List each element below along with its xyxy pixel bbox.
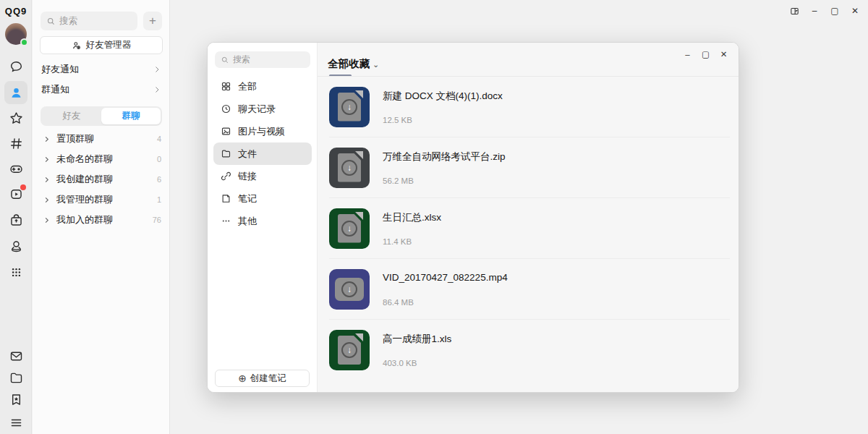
- circle-plus-icon: ⊕: [238, 373, 247, 383]
- file-row-xls[interactable]: ↓ 高一成绩册1.xls 403.0 KB: [329, 320, 730, 380]
- image-icon: [221, 126, 231, 137]
- friend-manager-button[interactable]: 好友管理器: [40, 36, 163, 54]
- nav-item-label: 笔记: [238, 192, 257, 205]
- file-name: 万维全自动网络考试平台.zip: [383, 150, 506, 163]
- hash-icon: [9, 136, 24, 151]
- folder-icon: [9, 370, 24, 386]
- note-icon: [221, 193, 231, 204]
- app-rail: QQ9: [0, 0, 32, 434]
- clock-icon: [221, 103, 231, 114]
- collection-filter-dropdown[interactable]: 全部收藏 ⌄: [328, 57, 379, 71]
- popup-minimize-button[interactable]: –: [678, 46, 697, 63]
- files-shortcut[interactable]: [6, 367, 26, 388]
- file-name: 高一成绩册1.xls: [383, 333, 451, 346]
- collection-filter-label: 全部收藏: [328, 57, 370, 71]
- nav-item-label: 图片与视频: [238, 125, 285, 138]
- search-icon: [46, 17, 56, 26]
- group-count: 76: [153, 216, 161, 224]
- penguin-tab[interactable]: [6, 236, 26, 256]
- group-count: 1: [157, 195, 161, 204]
- chevron-right-icon: [153, 85, 161, 94]
- user-avatar[interactable]: [5, 23, 27, 45]
- group-category-created[interactable]: 我创建的群聊 6: [33, 169, 170, 190]
- file-type-icon: ↓: [329, 87, 370, 127]
- favorites-shortcut[interactable]: [6, 389, 26, 409]
- nav-item-images-videos[interactable]: 图片与视频: [213, 120, 312, 142]
- search-icon: [221, 56, 229, 64]
- download-arrow-icon: ↓: [341, 221, 357, 237]
- nav-item-label: 其他: [238, 215, 257, 228]
- sidebar-search-input[interactable]: 搜索: [41, 12, 137, 30]
- shopping-icon: [9, 213, 24, 228]
- nav-item-label: 链接: [238, 170, 257, 183]
- link-icon: [221, 171, 231, 182]
- group-count: 6: [157, 175, 161, 184]
- friend-manager-label: 好友管理器: [86, 39, 132, 51]
- friend-notice-row[interactable]: 好友通知: [33, 59, 170, 79]
- grid-icon: [221, 81, 231, 92]
- expand-chevron-icon: [43, 176, 51, 184]
- nav-item-other[interactable]: 其他: [213, 210, 312, 232]
- contacts-tab[interactable]: [4, 81, 27, 104]
- nav-item-label: 全部: [238, 80, 257, 93]
- file-row-mp4[interactable]: ↓ VID_20170427_082225.mp4 86.4 MB: [329, 259, 730, 320]
- game-center-tab[interactable]: [6, 158, 26, 179]
- tab-groups[interactable]: 群聊: [101, 108, 161, 124]
- close-button[interactable]: ✕: [845, 1, 865, 20]
- mail-shortcut[interactable]: [6, 346, 26, 366]
- group-category-joined[interactable]: 我加入的群聊 76: [33, 210, 170, 230]
- popup-window-controls: – ▢ ✕: [678, 46, 733, 63]
- maximize-button[interactable]: ▢: [825, 1, 845, 20]
- file-list: ↓ 新建 DOCX 文档(4)(1).docx 12.5 KB ↓ 万维全自动网…: [329, 77, 730, 380]
- group-category-pinned[interactable]: 置顶群聊 4: [33, 129, 170, 149]
- group-category-label: 我管理的群聊: [56, 193, 113, 206]
- mini-window-button[interactable]: [784, 1, 804, 20]
- more-apps-tab[interactable]: [6, 262, 26, 282]
- file-size: 403.0 KB: [383, 359, 451, 367]
- file-size: 12.5 KB: [383, 116, 503, 124]
- file-type-icon: ↓: [329, 330, 370, 370]
- nav-item-notes[interactable]: 笔记: [213, 187, 312, 210]
- minimize-button[interactable]: –: [804, 1, 825, 20]
- qzone-tab[interactable]: [6, 108, 26, 128]
- group-notice-row[interactable]: 群通知: [33, 80, 170, 99]
- nav-item-chat-history[interactable]: 聊天记录: [213, 98, 312, 120]
- messages-tab[interactable]: [6, 56, 26, 77]
- folder-icon: [221, 148, 231, 159]
- group-category-managed[interactable]: 我管理的群聊 1: [33, 190, 170, 210]
- file-size: 86.4 MB: [383, 298, 508, 307]
- main-window-controls: – ▢ ✕: [784, 1, 865, 20]
- file-row-docx[interactable]: ↓ 新建 DOCX 文档(4)(1).docx 12.5 KB: [329, 77, 730, 137]
- popup-maximize-button[interactable]: ▢: [697, 46, 715, 63]
- file-row-zip[interactable]: ↓ 万维全自动网络考试平台.zip 56.2 MB: [329, 137, 730, 198]
- group-category-label: 我加入的群聊: [56, 213, 113, 226]
- create-note-button[interactable]: ⊕ 创建笔记: [215, 370, 310, 387]
- notification-badge: [20, 184, 26, 190]
- nav-item-all[interactable]: 全部: [213, 75, 312, 98]
- group-count: 4: [157, 135, 161, 143]
- nav-item-links[interactable]: 链接: [213, 165, 312, 187]
- video-tab[interactable]: [6, 184, 26, 204]
- group-notice-label: 群通知: [41, 83, 69, 96]
- download-arrow-icon: ↓: [341, 281, 357, 297]
- file-row-xlsx[interactable]: ↓ 生日汇总.xlsx 11.4 KB: [329, 198, 730, 259]
- nav-item-files[interactable]: 文件: [213, 142, 312, 165]
- group-category-unnamed[interactable]: 未命名的群聊 0: [33, 149, 170, 169]
- favorites-popup-window: 搜索 全部 聊天记录 图片与视频 文件: [207, 42, 739, 393]
- online-status-dot: [20, 38, 28, 46]
- contacts-tab-switch: 好友 群聊: [41, 106, 162, 126]
- channels-tab[interactable]: [6, 133, 26, 153]
- favorites-search-input[interactable]: 搜索: [215, 51, 310, 68]
- bookmark-star-icon: [9, 392, 24, 407]
- qq-desktop: QQ9: [0, 0, 868, 434]
- file-size: 11.4 KB: [383, 237, 441, 246]
- penguin-icon: [9, 239, 24, 254]
- main-menu[interactable]: [6, 412, 26, 433]
- tab-friends[interactable]: 好友: [42, 108, 101, 124]
- download-arrow-icon: ↓: [341, 99, 357, 115]
- file-type-icon: ↓: [329, 148, 370, 188]
- file-size: 56.2 MB: [383, 176, 506, 185]
- shopping-tab[interactable]: [6, 210, 26, 230]
- popup-close-button[interactable]: ✕: [715, 46, 733, 63]
- add-button[interactable]: +: [143, 12, 162, 30]
